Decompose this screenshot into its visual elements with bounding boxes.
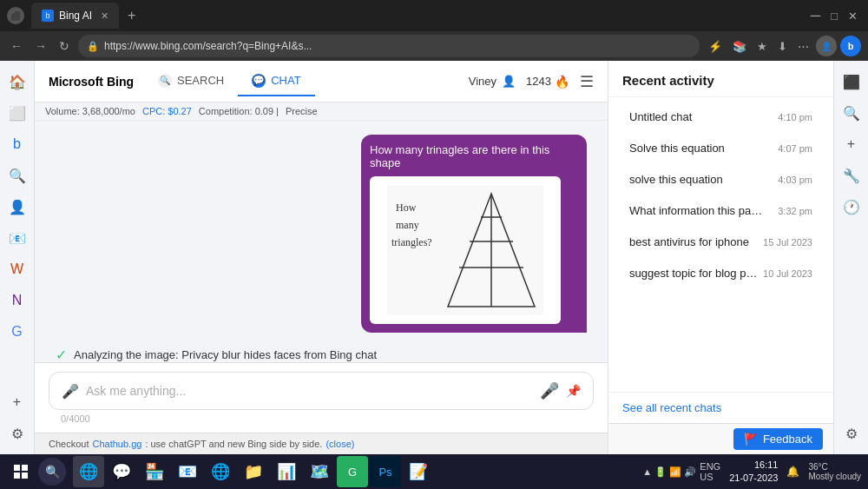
chat-column: Microsoft Bing 🔍 SEARCH 💬 CHAT Viney 👤 (35, 61, 608, 454)
sidebar-person-icon[interactable]: 👤 (3, 193, 31, 221)
recent-list-item[interactable]: Untitled chat 4:10 pm (615, 102, 826, 132)
taskbar-edge2[interactable]: 🌐 (205, 456, 236, 487)
taskbar-app2[interactable]: G (337, 456, 368, 487)
weather-condition: Mostly cloudy (808, 472, 861, 481)
recent-list-item[interactable]: solve this equation 4:03 pm (615, 164, 826, 195)
recent-list-item[interactable]: What information this page has? 3:32 pm (615, 195, 826, 226)
cpc-text: CPC: $0.27 (142, 106, 192, 116)
taskbar: 🔍 🌐 💬 🏪 📧 🌐 📁 📊 🗺️ G Ps 📝 ▲ 🔋 📶 🔊 ENG US… (0, 454, 868, 489)
downloads-icon[interactable]: ⬇ (774, 38, 791, 55)
points-badge: 1243 🔥 (526, 75, 569, 89)
sidebar-google-icon[interactable]: G (3, 318, 31, 346)
bing-icon: b (840, 36, 861, 56)
feedback-flag-icon: 🚩 (744, 433, 758, 446)
notification-bell[interactable]: 🔔 (786, 466, 799, 478)
weather-temp: 36°C (808, 462, 827, 472)
chat-tab-label: CHAT (271, 74, 300, 87)
see-all-link[interactable]: See all recent chats (608, 392, 833, 423)
precise-text: Precise (286, 106, 318, 116)
taskbar-maps[interactable]: 🗺️ (304, 456, 335, 487)
topbar-right: Viney 👤 1243 🔥 ☰ (469, 72, 594, 91)
chat-tab[interactable]: 💬 CHAT (238, 67, 314, 96)
edge-new-icon[interactable]: + (838, 130, 865, 158)
browser-chrome: ⬛ b Bing AI ✕ + ─ □ ✕ ← → ↻ 🔒 https://ww… (0, 0, 868, 61)
taskbar-search-button[interactable]: 🔍 (38, 458, 66, 486)
left-edge-sidebar: 🏠 ⬜ b 🔍 👤 📧 W N G + ⚙ (0, 61, 35, 454)
tab-navigation: 🔍 SEARCH 💬 CHAT (144, 67, 315, 96)
win-sq1 (14, 465, 20, 471)
active-tab[interactable]: b Bing AI ✕ (31, 3, 119, 29)
taskbar-mail[interactable]: 📧 (172, 456, 203, 487)
taskbar-pinned-apps: 🌐 💬 🏪 📧 🌐 📁 📊 🗺️ G Ps 📝 (73, 456, 434, 487)
taskbar-notes[interactable]: 📝 (403, 456, 434, 487)
back-button[interactable]: ← (7, 37, 26, 55)
taskbar-cortana[interactable]: 💬 (106, 456, 137, 487)
collections-icon[interactable]: 📚 (729, 38, 750, 55)
sidebar-settings-icon2[interactable]: ⚙ (3, 420, 31, 447)
taskbar-store[interactable]: 🏪 (139, 456, 170, 487)
bing-logo: Microsoft Bing (49, 75, 134, 89)
recent-item-time: 4:10 pm (778, 112, 812, 122)
pin-icon[interactable]: 📌 (566, 384, 581, 398)
notification-text: Checkout (49, 439, 89, 449)
taskbar-excel[interactable]: 📊 (271, 456, 302, 487)
address-bar: ← → ↻ 🔒 https://www.bing.com/search?q=Bi… (0, 31, 868, 61)
tab-bar: ⬛ b Bing AI ✕ + ─ □ ✕ (0, 0, 868, 31)
new-tab-button[interactable]: + (122, 8, 141, 23)
right-edge-sidebar: ⬛ 🔍 + 🔧 🕐 ⚙ (833, 61, 868, 454)
sidebar-office-icon[interactable]: W (3, 255, 31, 283)
recent-list-item[interactable]: best antivirus for iphone 15 Jul 2023 (615, 227, 826, 257)
recent-list-item[interactable]: suggest topic for blog post on theme pr … (615, 258, 826, 288)
analyzing-message: ✓ Analyzing the image: Privacy blur hide… (56, 347, 587, 362)
url-input[interactable]: 🔒 https://www.bing.com/search?q=Bing+AI&… (78, 35, 700, 57)
feedback-button[interactable]: 🚩 Feedback (733, 428, 823, 450)
recent-item-title: suggest topic for blog post on theme pr (629, 267, 763, 280)
edge-history-icon[interactable]: 🕐 (838, 193, 865, 221)
extensions-icon[interactable]: ⚡ (705, 38, 726, 55)
settings-icon[interactable]: ⋯ (794, 38, 812, 55)
sidebar-outlook-icon[interactable]: 📧 (3, 224, 31, 252)
win-sq3 (14, 472, 20, 479)
recent-item-time: 15 Jul 2023 (763, 237, 812, 248)
analyzing-text: Analyzing the image: Privacy blur hides … (74, 348, 377, 361)
edge-tools-icon[interactable]: 🔧 (838, 162, 865, 189)
refresh-button[interactable]: ↻ (56, 37, 73, 55)
sidebar-onenote-icon[interactable]: N (3, 287, 31, 314)
taskbar-right: ▲ 🔋 📶 🔊 ENG US 16:11 21-07-2023 🔔 36°C M… (642, 459, 861, 486)
taskbar-explorer[interactable]: 📁 (238, 456, 269, 487)
tab-close-button[interactable]: ✕ (101, 10, 108, 22)
edge-search-icon[interactable]: 🔍 (838, 99, 865, 127)
sidebar-search-icon[interactable]: 🔍 (3, 162, 31, 189)
clock-date: 21-07-2023 (729, 472, 778, 485)
sidebar-add-icon[interactable]: + (3, 388, 31, 416)
lang-region: ENG US (700, 461, 720, 482)
microphone-icon[interactable]: 🎤 (540, 381, 559, 400)
sidebar-home-icon[interactable]: 🏠 (3, 68, 31, 96)
close-button[interactable]: ✕ (845, 8, 861, 24)
taskbar-photoshop[interactable]: Ps (370, 456, 401, 487)
notification-link[interactable]: Chathub.gg (92, 439, 141, 449)
menu-icon[interactable]: ☰ (580, 72, 594, 91)
profile-avatar[interactable]: 👤 (816, 36, 837, 56)
taskbar-clock[interactable]: 16:11 21-07-2023 (726, 459, 781, 486)
recent-item-title: solve this equation (629, 173, 768, 186)
search-tab[interactable]: 🔍 SEARCH (144, 67, 238, 96)
favorites-icon[interactable]: ★ (753, 38, 771, 55)
edge-sidebar-icon[interactable]: ⬛ (838, 68, 865, 96)
message-input[interactable]: Ask me anything... (86, 384, 533, 398)
volume-text: Volume: 3,68,000/mo (45, 106, 135, 116)
start-button[interactable] (7, 458, 35, 486)
maximize-button[interactable]: □ (827, 8, 841, 24)
feedback-bar: 🚩 Feedback (608, 423, 833, 454)
edge-settings-icon[interactable]: ⚙ (838, 420, 865, 447)
notification-bar: Checkout Chathub.gg : use chatGPT and ne… (35, 433, 608, 454)
minimize-button[interactable]: ─ (807, 6, 824, 25)
notification-close[interactable]: (close) (326, 439, 354, 449)
forward-button[interactable]: → (31, 37, 50, 55)
recent-list-item[interactable]: Solve this equation 4:07 pm (615, 133, 826, 163)
windows-logo (14, 465, 28, 479)
sidebar-tab-icon[interactable]: ⬜ (3, 99, 31, 127)
taskbar-edge[interactable]: 🌐 (73, 456, 104, 487)
sidebar-bing-icon[interactable]: b (3, 130, 31, 158)
attach-icon[interactable]: 🎤 (62, 383, 79, 400)
